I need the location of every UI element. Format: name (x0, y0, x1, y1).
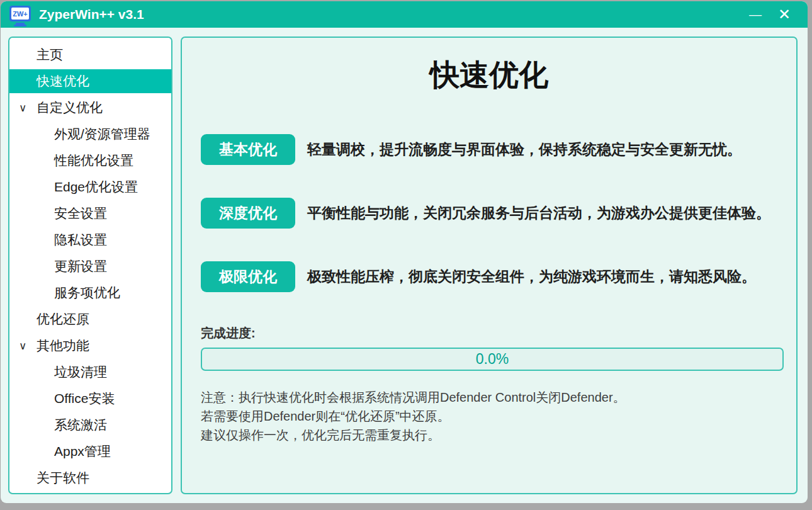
sidebar-item-label: 关于软件 (37, 469, 89, 487)
sidebar-item-services-optimize[interactable]: 服务项优化 (9, 280, 171, 306)
app-window: ZW+ ZyperWin++ v3.1 — ✕ 主页 快速优化 ∨ 自定义优化 … (1, 1, 808, 503)
progress-value: 0.0% (476, 351, 509, 368)
sidebar-item-other-features[interactable]: ∨ 其他功能 (9, 332, 171, 359)
app-logo-stand (16, 23, 25, 25)
app-logo-text: ZW+ (11, 8, 29, 20)
close-button[interactable]: ✕ (770, 1, 799, 28)
page-title: 快速优化 (182, 55, 796, 95)
sidebar-item-label: 自定义优化 (37, 99, 103, 116)
sidebar-item-appx-manage[interactable]: Appx管理 (9, 438, 171, 465)
sidebar-item-label: 安全设置 (54, 205, 107, 222)
sidebar-item-performance-settings[interactable]: 性能优化设置 (9, 147, 171, 174)
sidebar-item-home[interactable]: 主页 (9, 42, 171, 68)
sidebar-item-privacy-settings[interactable]: 隐私设置 (9, 227, 171, 253)
sidebar-item-label: 系统激活 (54, 416, 107, 434)
sidebar-item-restore-optimize[interactable]: 优化还原 (9, 306, 171, 332)
sidebar-item-security-settings[interactable]: 安全设置 (9, 200, 171, 227)
sidebar-item-edge-settings[interactable]: Edge优化设置 (9, 174, 171, 200)
sidebar-item-label: Edge优化设置 (54, 178, 138, 196)
sidebar-item-label: 垃圾清理 (54, 363, 107, 381)
sidebar-item-label: Appx管理 (54, 443, 111, 460)
minimize-button[interactable]: — (741, 1, 770, 28)
titlebar[interactable]: ZW+ ZyperWin++ v3.1 — ✕ (1, 1, 808, 28)
sidebar-item-label: 快速优化 (37, 72, 89, 90)
sidebar-item-about[interactable]: 关于软件 (9, 465, 171, 491)
sidebar: 主页 快速优化 ∨ 自定义优化 外观/资源管理器 性能优化设置 Edge优化设置… (8, 37, 172, 494)
notes-block: 注意：执行快速优化时会根据系统情况调用Defender Control关闭Def… (201, 388, 777, 445)
sidebar-item-label: 性能优化设置 (54, 152, 133, 169)
extreme-optimize-button[interactable]: 极限优化 (201, 261, 295, 292)
sidebar-item-label: 服务项优化 (54, 284, 120, 302)
sidebar-item-label: 主页 (37, 46, 63, 64)
deep-optimize-desc: 平衡性能与功能，关闭冗余服务与后台活动，为游戏办公提供更佳体验。 (307, 203, 770, 223)
basic-optimize-desc: 轻量调校，提升流畅度与界面体验，保持系统稳定与安全更新无忧。 (307, 140, 742, 159)
app-logo-icon: ZW+ (9, 6, 31, 21)
sidebar-item-custom-optimize[interactable]: ∨ 自定义优化 (9, 94, 171, 121)
sidebar-item-quick-optimize[interactable]: 快速优化 (9, 69, 171, 93)
sidebar-item-system-activation[interactable]: 系统激活 (9, 412, 171, 438)
note-line: 注意：执行快速优化时会根据系统情况调用Defender Control关闭Def… (201, 388, 777, 407)
action-list: 基本优化 轻量调校，提升流畅度与界面体验，保持系统稳定与安全更新无忧。 深度优化… (201, 134, 777, 292)
basic-optimize-button[interactable]: 基本优化 (201, 134, 295, 165)
sidebar-item-label: 外观/资源管理器 (54, 125, 150, 143)
progress-label: 完成进度: (201, 325, 777, 342)
sidebar-item-office-install[interactable]: Office安装 (9, 385, 171, 412)
chevron-down-icon: ∨ (19, 339, 37, 353)
sidebar-item-update-settings[interactable]: 更新设置 (9, 253, 171, 280)
main-panel: 快速优化 基本优化 轻量调校，提升流畅度与界面体验，保持系统稳定与安全更新无忧。… (181, 37, 798, 494)
sidebar-item-junk-clean[interactable]: 垃圾清理 (9, 359, 171, 385)
sidebar-item-label: 更新设置 (54, 258, 107, 275)
action-row-basic: 基本优化 轻量调校，提升流畅度与界面体验，保持系统稳定与安全更新无忧。 (201, 134, 777, 165)
sidebar-item-label: 优化还原 (37, 310, 89, 328)
action-row-deep: 深度优化 平衡性能与功能，关闭冗余服务与后台活动，为游戏办公提供更佳体验。 (201, 198, 777, 229)
sidebar-item-label: Office安装 (54, 390, 115, 407)
extreme-optimize-desc: 极致性能压榨，彻底关闭安全组件，为纯游戏环境而生，请知悉风险。 (307, 267, 756, 286)
sidebar-item-appearance-explorer[interactable]: 外观/资源管理器 (9, 121, 171, 147)
progress-bar: 0.0% (201, 348, 784, 371)
deep-optimize-button[interactable]: 深度优化 (201, 198, 295, 229)
note-line: 建议仅操作一次，优化完后无需重复执行。 (201, 426, 777, 445)
note-line: 若需要使用Defender则在“优化还原”中还原。 (201, 407, 777, 426)
window-title: ZyperWin++ v3.1 (39, 7, 741, 22)
action-row-extreme: 极限优化 极致性能压榨，彻底关闭安全组件，为纯游戏环境而生，请知悉风险。 (201, 261, 777, 292)
sidebar-item-label: 隐私设置 (54, 231, 107, 249)
sidebar-item-label: 其他功能 (37, 337, 89, 354)
chevron-down-icon: ∨ (19, 101, 37, 115)
